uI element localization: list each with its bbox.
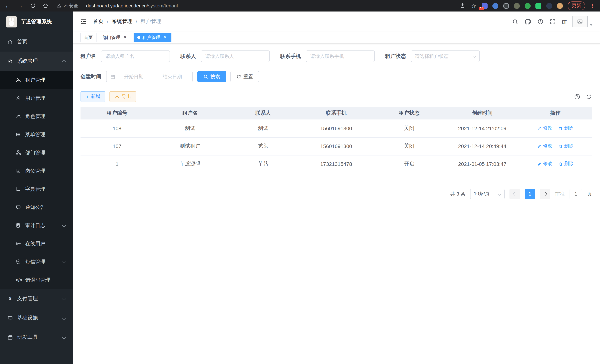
extension-icon[interactable]: [525, 3, 531, 9]
sidebar-item-post-management[interactable]: 岗位管理: [0, 162, 73, 180]
refresh-icon[interactable]: [586, 94, 592, 100]
sidebar-item-dict-management[interactable]: 字典管理: [0, 180, 73, 198]
tab-tenant-management[interactable]: 租户管理 ×: [134, 33, 171, 42]
plus-icon: +: [86, 94, 89, 99]
reload-icon[interactable]: [30, 3, 36, 9]
extension-icon[interactable]: [557, 3, 563, 9]
tenant-name-label: 租户名: [81, 53, 96, 60]
navbar: 首页 / 系统管理 / 租户管理 tT: [73, 11, 600, 32]
export-button[interactable]: 导出: [110, 91, 136, 102]
url-host: dashboard.yudao.iocoder.cn: [86, 3, 147, 9]
close-icon[interactable]: ×: [162, 35, 168, 40]
phone-input[interactable]: [306, 50, 375, 62]
chrome-update-button[interactable]: 更新: [568, 1, 585, 10]
sidebar-item-infrastructure[interactable]: 基础设施: [0, 308, 73, 328]
search-toggle-icon[interactable]: [574, 93, 580, 100]
signal-icon: [16, 241, 21, 246]
browser-menu-icon[interactable]: ⋮: [590, 2, 596, 9]
edit-link[interactable]: 修改: [537, 125, 552, 131]
sidebar-item-role-management[interactable]: 角色管理: [0, 107, 73, 125]
date-separator: -: [152, 74, 154, 79]
col-header: 租户名: [154, 107, 227, 120]
filter-row-2: 创建时间 开始日期 - 结束日期 搜索 重置: [81, 71, 592, 82]
caret-down-icon: [590, 24, 593, 26]
github-icon[interactable]: [524, 18, 531, 25]
url-path: /system/tenant: [147, 3, 178, 9]
edit-link[interactable]: 修改: [537, 143, 552, 149]
edit-link[interactable]: 修改: [537, 161, 552, 167]
extension-icon[interactable]: [546, 3, 552, 9]
extension-icon[interactable]: [503, 3, 509, 9]
add-button[interactable]: + 新增: [81, 91, 105, 102]
sidebar-item-system-management[interactable]: 系统管理: [0, 52, 73, 71]
sidebar-item-online-users[interactable]: 在线用户: [0, 234, 73, 253]
tab-dept-management[interactable]: 部门管理 ×: [99, 33, 131, 42]
sidebar-item-user-management[interactable]: 用户管理: [0, 89, 73, 107]
chevron-left-icon: [513, 192, 516, 196]
contact-label: 联系人: [180, 53, 196, 60]
sidebar-item-menu-management[interactable]: 菜单管理: [0, 125, 73, 144]
delete-link[interactable]: 删除: [558, 143, 573, 149]
breadcrumb-item[interactable]: 系统管理: [112, 18, 132, 25]
page-size-select[interactable]: 10条/页: [470, 189, 505, 199]
extension-icon[interactable]: [514, 3, 520, 9]
delete-link[interactable]: 删除: [558, 161, 573, 167]
sidebar-item-tenant-management[interactable]: 租户管理: [0, 71, 73, 89]
breadcrumb-item[interactable]: 首页: [93, 18, 103, 25]
extension-icon[interactable]: 10: [482, 3, 488, 9]
close-icon[interactable]: ×: [122, 35, 128, 40]
breadcrumb-separator: /: [107, 19, 108, 25]
cell-created: 2021-01-05 17:03:47: [446, 155, 519, 173]
sidebar-item-payment[interactable]: ¥ 支付管理: [0, 289, 73, 308]
yen-icon: ¥: [7, 296, 13, 301]
cell-status: 关闭: [373, 137, 446, 155]
notice-bubble-icon: [16, 205, 21, 210]
goto-page-input[interactable]: [570, 189, 582, 199]
security-warning[interactable]: 不安全: [57, 2, 78, 9]
sidebar-item-home[interactable]: 首页: [0, 32, 73, 52]
sidebar-item-dev-tools[interactable]: 研发工具: [0, 328, 73, 347]
prev-page-button[interactable]: [509, 189, 520, 199]
extension-icon[interactable]: [535, 3, 541, 9]
user-icon: [16, 95, 21, 101]
next-page-button[interactable]: [540, 189, 550, 199]
share-icon[interactable]: [459, 3, 466, 9]
reset-button[interactable]: 重置: [230, 71, 259, 82]
user-avatar[interactable]: [572, 16, 593, 27]
sidebar-item-audit-log[interactable]: 审计日志: [0, 216, 73, 234]
export-button-label: 导出: [122, 93, 131, 100]
delete-link[interactable]: 删除: [558, 125, 573, 131]
tenant-name-input[interactable]: [101, 50, 170, 62]
reset-button-label: 重置: [244, 73, 253, 80]
browser-chrome: ← → 不安全 dashboard.yudao.iocoder.cn/syste…: [0, 0, 600, 11]
sidebar-item-notice[interactable]: 通知公告: [0, 198, 73, 216]
app-title: 芋道管理系统: [21, 19, 52, 25]
chevron-down-icon: [62, 316, 66, 320]
home-icon[interactable]: [42, 3, 49, 9]
sidebar-item-label: 短信管理: [25, 258, 59, 265]
hamburger-icon[interactable]: [80, 18, 87, 25]
sidebar-item-sms-management[interactable]: 短信管理: [0, 253, 73, 271]
address-bar[interactable]: 不安全 dashboard.yudao.iocoder.cn/system/te…: [57, 2, 178, 9]
sidebar-item-dept-management[interactable]: 部门管理: [0, 144, 73, 162]
date-range-picker[interactable]: 开始日期 - 结束日期: [106, 71, 193, 82]
active-dot-icon: [137, 36, 140, 39]
page-number-current[interactable]: 1: [525, 189, 535, 199]
bookmark-star-icon[interactable]: ☆: [470, 3, 477, 9]
font-size-icon[interactable]: tT: [562, 18, 566, 25]
search-button[interactable]: 搜索: [197, 71, 226, 82]
omnibox-divider: [82, 3, 82, 8]
tab-home[interactable]: 首页: [80, 33, 96, 42]
sidebar-item-error-code[interactable]: </> 错误码管理: [0, 271, 73, 289]
contact-input[interactable]: [201, 50, 270, 62]
help-icon[interactable]: [537, 18, 544, 25]
status-select[interactable]: 请选择租户状态: [411, 50, 480, 62]
extension-icon[interactable]: [492, 3, 498, 9]
date-start-placeholder: 开始日期: [118, 73, 150, 80]
back-icon[interactable]: ←: [4, 3, 11, 9]
download-icon: [115, 94, 120, 99]
forward-icon[interactable]: →: [17, 3, 23, 9]
cell-contact: 测试: [226, 120, 300, 137]
search-icon[interactable]: [512, 18, 518, 25]
fullscreen-icon[interactable]: [550, 18, 556, 25]
